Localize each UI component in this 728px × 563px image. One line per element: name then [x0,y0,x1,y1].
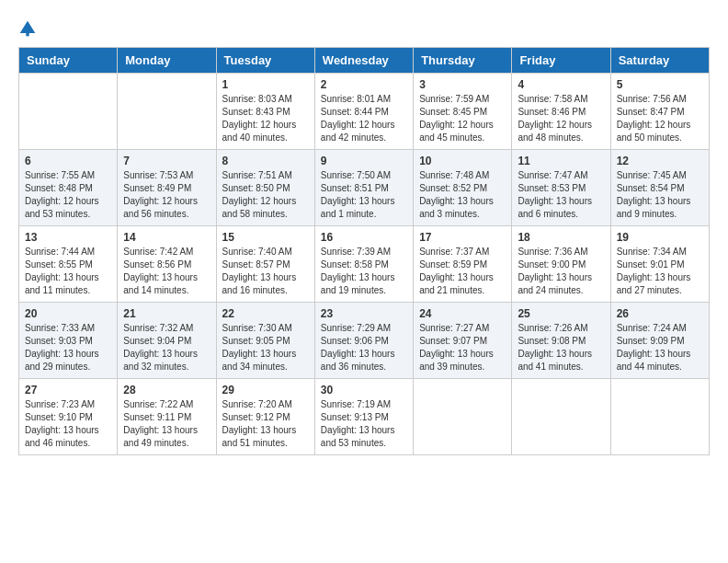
day-number: 27 [25,384,111,396]
day-of-week-header: Saturday [610,48,709,74]
day-info: Sunrise: 7:33 AM Sunset: 9:03 PM Dayligh… [25,322,111,373]
calendar-cell: 18Sunrise: 7:36 AM Sunset: 9:00 PM Dayli… [512,226,610,303]
day-info: Sunrise: 7:39 AM Sunset: 8:58 PM Dayligh… [321,246,407,297]
day-info: Sunrise: 7:24 AM Sunset: 9:09 PM Dayligh… [617,322,703,373]
calendar-cell: 23Sunrise: 7:29 AM Sunset: 9:06 PM Dayli… [314,303,413,379]
day-number: 22 [222,307,309,320]
day-info: Sunrise: 8:03 AM Sunset: 8:43 PM Dayligh… [222,93,309,144]
day-info: Sunrise: 7:29 AM Sunset: 9:06 PM Dayligh… [321,322,407,373]
day-info: Sunrise: 7:47 AM Sunset: 8:53 PM Dayligh… [518,169,604,221]
calendar-cell: 16Sunrise: 7:39 AM Sunset: 8:58 PM Dayli… [314,226,413,303]
day-number: 10 [419,155,506,167]
calendar-cell: 13Sunrise: 7:44 AM Sunset: 8:55 PM Dayli… [19,226,118,303]
day-info: Sunrise: 8:01 AM Sunset: 8:44 PM Dayligh… [321,93,407,144]
calendar-week-row: 13Sunrise: 7:44 AM Sunset: 8:55 PM Dayli… [19,226,710,303]
day-number: 25 [518,307,604,320]
calendar-cell: 3Sunrise: 7:59 AM Sunset: 8:45 PM Daylig… [414,74,512,150]
calendar-cell: 28Sunrise: 7:22 AM Sunset: 9:11 PM Dayli… [118,379,216,455]
day-info: Sunrise: 7:32 AM Sunset: 9:04 PM Dayligh… [123,322,210,373]
day-number: 9 [321,155,407,167]
day-info: Sunrise: 7:50 AM Sunset: 8:51 PM Dayligh… [321,169,407,221]
day-of-week-header: Wednesday [314,48,413,74]
calendar-cell: 2Sunrise: 8:01 AM Sunset: 8:44 PM Daylig… [314,74,413,150]
calendar-cell: 14Sunrise: 7:42 AM Sunset: 8:56 PM Dayli… [118,226,216,303]
calendar: SundayMondayTuesdayWednesdayThursdayFrid… [18,47,710,455]
day-of-week-header: Tuesday [216,48,314,74]
calendar-cell: 29Sunrise: 7:20 AM Sunset: 9:12 PM Dayli… [216,379,314,455]
calendar-cell: 25Sunrise: 7:26 AM Sunset: 9:08 PM Dayli… [512,303,610,379]
calendar-cell [414,379,512,455]
day-number: 1 [222,78,309,91]
header [18,18,710,38]
day-info: Sunrise: 7:40 AM Sunset: 8:57 PM Dayligh… [222,246,309,297]
day-info: Sunrise: 7:34 AM Sunset: 9:01 PM Dayligh… [617,246,703,297]
day-info: Sunrise: 7:53 AM Sunset: 8:49 PM Dayligh… [123,169,210,221]
calendar-cell: 4Sunrise: 7:58 AM Sunset: 8:46 PM Daylig… [512,74,610,150]
calendar-header-row: SundayMondayTuesdayWednesdayThursdayFrid… [19,48,710,74]
day-info: Sunrise: 7:22 AM Sunset: 9:11 PM Dayligh… [123,398,210,450]
day-of-week-header: Friday [512,48,610,74]
day-number: 19 [617,231,703,244]
calendar-week-row: 20Sunrise: 7:33 AM Sunset: 9:03 PM Dayli… [19,303,710,379]
day-number: 11 [518,155,604,167]
logo [18,18,40,38]
calendar-cell: 17Sunrise: 7:37 AM Sunset: 8:59 PM Dayli… [414,226,512,303]
calendar-cell: 30Sunrise: 7:19 AM Sunset: 9:13 PM Dayli… [314,379,413,455]
day-number: 23 [321,307,407,320]
day-info: Sunrise: 7:51 AM Sunset: 8:50 PM Dayligh… [222,169,309,221]
calendar-cell: 6Sunrise: 7:55 AM Sunset: 8:48 PM Daylig… [19,150,118,226]
calendar-week-row: 27Sunrise: 7:23 AM Sunset: 9:10 PM Dayli… [19,379,710,455]
day-info: Sunrise: 7:30 AM Sunset: 9:05 PM Dayligh… [222,322,309,373]
calendar-cell: 20Sunrise: 7:33 AM Sunset: 9:03 PM Dayli… [19,303,118,379]
day-number: 4 [518,78,604,91]
calendar-cell: 5Sunrise: 7:56 AM Sunset: 8:47 PM Daylig… [610,74,709,150]
day-info: Sunrise: 7:56 AM Sunset: 8:47 PM Dayligh… [617,93,703,144]
calendar-cell: 9Sunrise: 7:50 AM Sunset: 8:51 PM Daylig… [314,150,413,226]
day-number: 20 [25,307,111,320]
calendar-cell: 27Sunrise: 7:23 AM Sunset: 9:10 PM Dayli… [19,379,118,455]
day-number: 12 [617,155,703,167]
calendar-cell: 1Sunrise: 8:03 AM Sunset: 8:43 PM Daylig… [216,74,314,150]
day-number: 29 [222,384,309,396]
day-number: 21 [123,307,210,320]
day-number: 16 [321,231,407,244]
day-number: 13 [25,231,111,244]
svg-rect-1 [26,33,28,36]
day-of-week-header: Monday [118,48,216,74]
day-info: Sunrise: 7:58 AM Sunset: 8:46 PM Dayligh… [518,93,604,144]
day-info: Sunrise: 7:36 AM Sunset: 9:00 PM Dayligh… [518,246,604,297]
day-info: Sunrise: 7:27 AM Sunset: 9:07 PM Dayligh… [419,322,506,373]
calendar-cell: 26Sunrise: 7:24 AM Sunset: 9:09 PM Dayli… [610,303,709,379]
day-number: 8 [222,155,309,167]
day-number: 3 [419,78,506,91]
calendar-cell [610,379,709,455]
day-number: 18 [518,231,604,244]
calendar-cell: 22Sunrise: 7:30 AM Sunset: 9:05 PM Dayli… [216,303,314,379]
day-info: Sunrise: 7:20 AM Sunset: 9:12 PM Dayligh… [222,398,309,450]
day-number: 30 [321,384,407,396]
calendar-week-row: 1Sunrise: 8:03 AM Sunset: 8:43 PM Daylig… [19,74,710,150]
day-info: Sunrise: 7:45 AM Sunset: 8:54 PM Dayligh… [617,169,703,221]
calendar-cell: 10Sunrise: 7:48 AM Sunset: 8:52 PM Dayli… [414,150,512,226]
day-of-week-header: Thursday [414,48,512,74]
calendar-cell: 15Sunrise: 7:40 AM Sunset: 8:57 PM Dayli… [216,226,314,303]
day-info: Sunrise: 7:23 AM Sunset: 9:10 PM Dayligh… [25,398,111,450]
day-number: 6 [25,155,111,167]
calendar-cell [512,379,610,455]
svg-marker-0 [20,20,36,32]
calendar-cell: 24Sunrise: 7:27 AM Sunset: 9:07 PM Dayli… [414,303,512,379]
day-number: 7 [123,155,210,167]
day-number: 26 [617,307,703,320]
day-of-week-header: Sunday [19,48,118,74]
day-info: Sunrise: 7:44 AM Sunset: 8:55 PM Dayligh… [25,246,111,297]
day-info: Sunrise: 7:19 AM Sunset: 9:13 PM Dayligh… [321,398,407,450]
calendar-cell: 7Sunrise: 7:53 AM Sunset: 8:49 PM Daylig… [118,150,216,226]
day-number: 24 [419,307,506,320]
day-info: Sunrise: 7:55 AM Sunset: 8:48 PM Dayligh… [25,169,111,221]
calendar-week-row: 6Sunrise: 7:55 AM Sunset: 8:48 PM Daylig… [19,150,710,226]
day-number: 14 [123,231,210,244]
calendar-cell [118,74,216,150]
logo-icon [18,19,37,38]
calendar-cell: 12Sunrise: 7:45 AM Sunset: 8:54 PM Dayli… [610,150,709,226]
calendar-cell: 19Sunrise: 7:34 AM Sunset: 9:01 PM Dayli… [610,226,709,303]
